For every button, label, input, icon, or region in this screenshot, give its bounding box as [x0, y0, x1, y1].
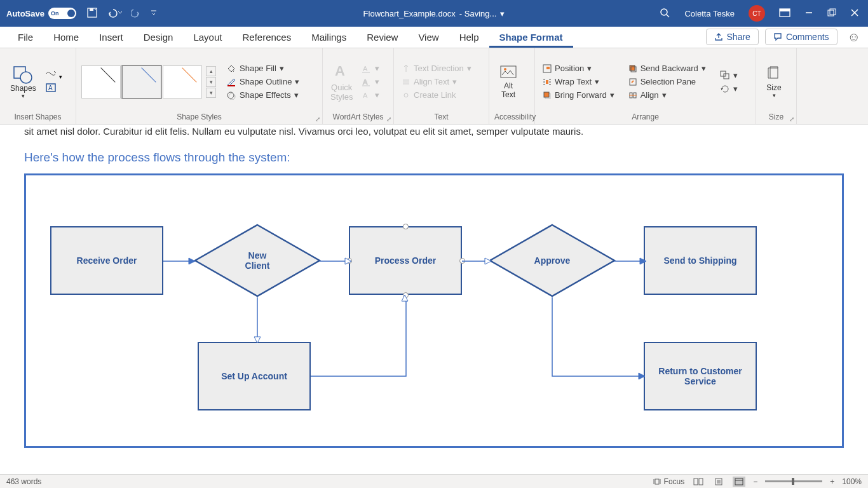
rotate-icon[interactable]: ▾: [717, 83, 740, 95]
arrow-connector[interactable]: [250, 297, 265, 344]
group-wordart-styles: A Quick Styles A▾ A▾ A▾ WordArt Styles ⤢: [323, 48, 394, 124]
tab-help[interactable]: Help: [449, 28, 489, 48]
zoom-level[interactable]: 100%: [842, 477, 862, 486]
svg-marker-42: [402, 295, 408, 301]
svg-rect-18: [362, 85, 370, 86]
save-icon[interactable]: [86, 7, 98, 20]
svg-rect-45: [694, 478, 698, 485]
word-count[interactable]: 463 words: [6, 477, 41, 486]
group-icon[interactable]: ▾: [717, 69, 740, 81]
svg-marker-39: [485, 258, 491, 264]
tab-references[interactable]: References: [232, 28, 301, 48]
ribbon-tabs: File Home Insert Design Layout Reference…: [0, 27, 868, 48]
title-dropdown-icon[interactable]: ▾: [500, 9, 505, 18]
comments-button[interactable]: Comments: [765, 29, 837, 45]
tab-mailings[interactable]: Mailings: [301, 28, 356, 48]
tab-shape-format[interactable]: Shape Format: [489, 28, 573, 48]
ribbon: Shapes▾ ▾ A Insert Shapes ▴ ▾ ▾ Shape Fi…: [0, 48, 868, 125]
node-return-cs[interactable]: Return to Customer Service: [644, 342, 757, 410]
user-avatar[interactable]: CT: [749, 5, 765, 22]
feedback-icon[interactable]: ☺: [848, 30, 860, 44]
arrow-connector[interactable]: [320, 257, 351, 266]
style-preset-1[interactable]: [81, 65, 121, 98]
tab-design[interactable]: Design: [133, 28, 184, 48]
ribbon-display-icon[interactable]: [779, 8, 790, 19]
selection-handle[interactable]: [403, 224, 409, 229]
redo-icon[interactable]: [131, 8, 141, 20]
send-backward-button[interactable]: Send Backward ▾: [626, 62, 709, 74]
tab-file[interactable]: File: [8, 28, 43, 48]
undo-icon[interactable]: [107, 8, 122, 20]
arrow-connector[interactable]: [311, 294, 409, 379]
size-button[interactable]: Size▾: [761, 63, 787, 101]
svg-marker-43: [639, 373, 645, 379]
svg-rect-6: [830, 9, 836, 15]
tab-home[interactable]: Home: [43, 28, 89, 48]
svg-point-12: [227, 92, 234, 98]
style-preset-3[interactable]: [163, 65, 202, 98]
style-gallery[interactable]: [81, 65, 202, 98]
gallery-up-icon[interactable]: ▴: [206, 66, 216, 76]
document-canvas[interactable]: sit amet nisl dolor. Curabitur id elit f…: [0, 125, 868, 474]
alt-text-button[interactable]: Alt Text: [494, 62, 522, 102]
shape-effects-button[interactable]: Shape Effects ▾: [224, 89, 302, 101]
edit-shape-icon[interactable]: ▾: [45, 69, 62, 81]
selection-pane-button[interactable]: Selection Pane: [626, 76, 709, 88]
svg-text:A: A: [363, 92, 368, 99]
print-layout-icon[interactable]: [712, 477, 725, 487]
shapes-button[interactable]: Shapes▾: [5, 62, 41, 102]
svg-rect-48: [735, 478, 743, 485]
body-text[interactable]: sit amet nisl dolor. Curabitur id elit f…: [24, 126, 844, 137]
size-launcher-icon[interactable]: ⤢: [789, 116, 794, 123]
svg-rect-16: [362, 72, 370, 73]
position-button[interactable]: Position ▾: [540, 62, 617, 74]
wrap-text-button[interactable]: Wrap Text ▾: [540, 76, 617, 88]
shape-outline-button[interactable]: Shape Outline ▾: [224, 76, 302, 88]
read-mode-icon[interactable]: [692, 477, 705, 487]
status-bar: 463 words Focus − + 100%: [0, 474, 868, 488]
gallery-down-icon[interactable]: ▾: [206, 77, 216, 87]
flowchart-frame[interactable]: Receive Order New Client Process Order A…: [24, 173, 844, 448]
style-preset-2[interactable]: [122, 65, 161, 98]
search-icon[interactable]: [659, 7, 670, 20]
heading-text[interactable]: Here's how the process flows through the…: [24, 151, 844, 165]
zoom-out-icon[interactable]: −: [753, 477, 757, 486]
wordart-launcher-icon[interactable]: ⤢: [386, 116, 391, 123]
zoom-in-icon[interactable]: +: [830, 477, 834, 486]
user-name[interactable]: Coletta Teske: [684, 9, 735, 18]
tab-view[interactable]: View: [408, 28, 449, 48]
gallery-more-icon[interactable]: ▾: [206, 88, 216, 98]
svg-rect-23: [546, 67, 550, 69]
shape-fill-button[interactable]: Shape Fill ▾: [224, 62, 302, 74]
node-approve[interactable]: Approve: [489, 224, 616, 297]
arrow-connector[interactable]: [548, 297, 646, 380]
qat-more-icon[interactable]: [150, 9, 158, 18]
close-icon[interactable]: [850, 8, 859, 19]
shape-styles-launcher-icon[interactable]: ⤢: [315, 116, 320, 123]
align-button[interactable]: Align ▾: [626, 89, 709, 101]
node-process-order[interactable]: Process Order: [349, 226, 462, 295]
node-send-shipping[interactable]: Send to Shipping: [644, 226, 757, 295]
autosave-toggle[interactable]: On: [48, 8, 76, 19]
focus-button[interactable]: Focus: [653, 477, 685, 486]
node-receive-order[interactable]: Receive Order: [50, 226, 163, 295]
svg-marker-41: [254, 337, 261, 343]
arrow-connector[interactable]: [462, 257, 491, 266]
tab-review[interactable]: Review: [356, 28, 408, 48]
align-text-button: Align Text ▾: [399, 76, 474, 88]
web-layout-icon[interactable]: [733, 477, 745, 487]
share-button[interactable]: Share: [706, 29, 759, 45]
maximize-icon[interactable]: [827, 8, 836, 19]
tab-layout[interactable]: Layout: [183, 28, 232, 48]
svg-rect-24: [546, 80, 548, 84]
node-new-client[interactable]: New Client: [194, 224, 321, 297]
bring-forward-button[interactable]: Bring Forward ▾: [540, 89, 617, 101]
arrow-connector[interactable]: [163, 257, 195, 266]
tab-insert[interactable]: Insert: [89, 28, 133, 48]
node-setup-account[interactable]: Set Up Account: [198, 342, 311, 410]
zoom-slider[interactable]: [765, 480, 822, 482]
arrow-connector[interactable]: [614, 257, 646, 266]
minimize-icon[interactable]: [804, 8, 813, 19]
text-box-icon[interactable]: A: [45, 83, 62, 95]
document-title: Flowchart_Example.docx - Saving... ▾: [363, 9, 505, 18]
